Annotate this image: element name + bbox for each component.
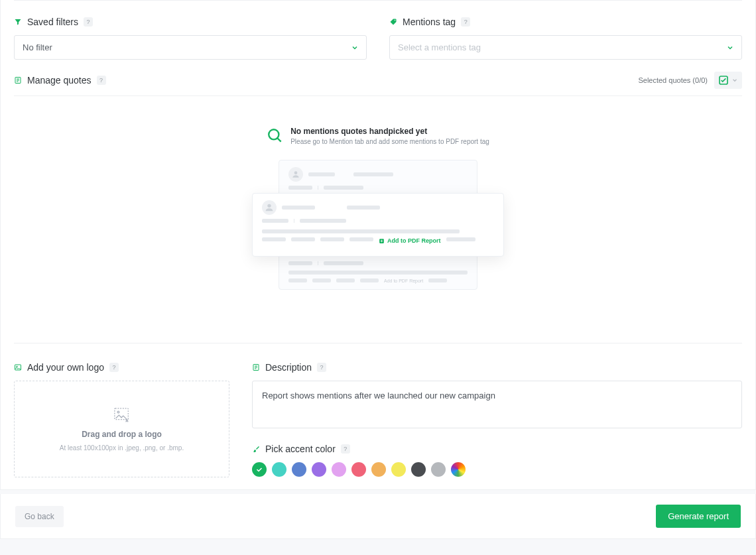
document-icon [14,76,22,84]
logo-dropzone[interactable]: Drag and drop a logo At least 100x100px … [14,381,229,477]
logo-section: Add your own logo ? Drag and drop a logo… [14,362,229,477]
check-icon [255,465,263,473]
color-swatch[interactable] [431,462,446,477]
color-swatch[interactable] [292,462,306,477]
brush-icon [252,445,260,453]
skeleton-preview: Add to PDF Report Add to PDF Report [252,160,504,299]
color-swatch[interactable] [371,462,386,477]
accent-section: Pick accent color ? [252,444,742,477]
color-swatch[interactable] [411,462,426,477]
svg-point-0 [395,20,396,21]
config-card: Saved filters ? No filter Mentions tag [0,0,756,490]
mentions-tag-section: Mentions tag ? Select a mentions tag [389,17,742,60]
saved-filters-select[interactable]: No filter [14,35,367,60]
color-swatch[interactable] [312,462,326,477]
filter-icon [14,18,22,26]
upload-image-icon [112,407,132,424]
generate-report-button[interactable]: Generate report [656,505,741,528]
mentions-tag-title: Mentions tag [403,17,456,27]
description-section: Description ? [252,362,742,430]
color-swatch[interactable] [272,462,286,477]
saved-filters-title: Saved filters [27,17,78,27]
quotes-check-toggle[interactable] [714,72,742,89]
plus-icon [379,238,385,244]
help-icon[interactable]: ? [341,444,350,454]
svg-point-4 [294,171,298,174]
help-icon[interactable]: ? [109,363,119,372]
help-icon[interactable]: ? [461,17,470,27]
checkbox-icon [718,75,729,86]
color-swatch[interactable] [391,462,406,477]
description-input[interactable] [252,381,742,428]
empty-subtitle: Please go to Mention tab and add some me… [290,138,489,145]
color-swatch[interactable] [351,462,366,477]
mentions-tag-placeholder: Select a mentions tag [398,42,481,52]
document-icon [252,363,260,371]
svg-point-3 [269,129,279,139]
logo-title: Add your own logo [27,362,104,373]
help-icon[interactable]: ? [317,363,326,372]
help-icon[interactable]: ? [84,17,93,27]
dropzone-title: Drag and drop a logo [82,430,162,439]
color-swatches [252,462,742,477]
saved-filters-value: No filter [23,42,52,52]
color-swatch[interactable] [332,462,346,477]
accent-title: Pick accent color [265,444,336,454]
quotes-empty-state: No mentions quotes handpicked yet Please… [1,96,755,323]
color-swatch[interactable] [252,462,267,477]
svg-point-5 [267,204,271,208]
color-swatch[interactable] [451,462,466,477]
go-back-button[interactable]: Go back [15,506,64,527]
empty-title: No mentions quotes handpicked yet [290,127,489,136]
svg-point-8 [17,366,18,367]
selected-quotes-label: Selected quotes (0/0) [638,76,708,84]
svg-point-10 [117,411,119,413]
saved-filters-section: Saved filters ? No filter [14,17,367,60]
footer-bar: Go back Generate report [0,494,756,539]
description-title: Description [265,362,312,373]
mentions-tag-select[interactable]: Select a mentions tag [389,35,742,60]
tag-icon [389,18,397,26]
chevron-down-icon [731,77,738,84]
magnifier-icon [267,127,284,145]
dropzone-subtitle: At least 100x100px in .jpeg, .png, or .b… [60,444,184,452]
manage-quotes-title: Manage quotes [27,75,92,86]
help-icon[interactable]: ? [97,76,106,85]
add-to-pdf-link[interactable]: Add to PDF Report [379,237,441,244]
image-icon [14,363,22,371]
